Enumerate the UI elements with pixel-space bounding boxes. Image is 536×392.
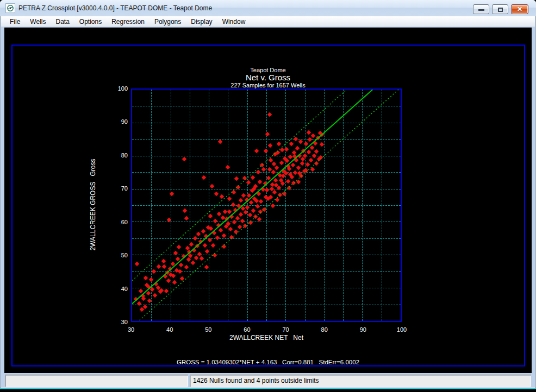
x-tick-label: 50 xyxy=(205,326,211,333)
x-tick-label: 30 xyxy=(128,326,134,333)
x-axis-label: 2WALLCREEK NET Net xyxy=(131,334,402,342)
plot-area[interactable] xyxy=(131,88,402,322)
screen: PETRA Z Crossplot [v3000.4.0.0] - TEAPOT… xyxy=(0,0,536,392)
chart-title: Net v. Gross xyxy=(4,73,532,82)
x-tick-label: 40 xyxy=(166,326,173,333)
status-bar: 1426 Nulls found and 4 points outside li… xyxy=(4,375,532,387)
y-axis-label: 2WALLCREEK GROSS Gross xyxy=(89,96,97,313)
y-tick-label: 30 xyxy=(110,319,128,325)
y-tick-label: 60 xyxy=(110,219,128,225)
title-bar[interactable]: PETRA Z Crossplot [v3000.4.0.0] - TEAPOT… xyxy=(0,0,536,16)
confidence-band-upper xyxy=(132,90,347,281)
status-message: 1426 Nulls found and 4 points outside li… xyxy=(190,375,531,387)
menu-item-options[interactable]: Options xyxy=(74,17,107,27)
crossplot-canvas[interactable]: Teapot Dome Net v. Gross 227 Samples for… xyxy=(4,27,532,373)
menu-item-window[interactable]: Window xyxy=(217,17,251,27)
y-tick-label: 80 xyxy=(110,152,128,159)
x-tick-label: 100 xyxy=(397,326,407,333)
taskbar-edge xyxy=(0,388,536,392)
y-tick-label: 90 xyxy=(110,118,128,125)
maximize-icon xyxy=(498,8,503,12)
menu-bar: FileWellsDataOptionsRegressionPolygonsDi… xyxy=(1,16,535,27)
y-tick-label: 100 xyxy=(110,85,128,92)
y-tick-label: 40 xyxy=(110,286,128,292)
regression-line xyxy=(132,90,372,304)
y-tick-label: 70 xyxy=(110,185,128,192)
menu-item-regression[interactable]: Regression xyxy=(107,17,149,27)
minimize-icon xyxy=(478,9,484,11)
x-tick-label: 80 xyxy=(321,326,328,333)
menu-item-polygons[interactable]: Polygons xyxy=(149,17,186,27)
close-icon: ✕ xyxy=(512,5,528,14)
menu-item-display[interactable]: Display xyxy=(186,17,217,27)
status-pane-left xyxy=(5,375,188,387)
petra-logo-icon xyxy=(7,4,14,12)
menu-item-wells[interactable]: Wells xyxy=(25,17,51,27)
menu-item-data[interactable]: Data xyxy=(51,17,74,27)
y-tick-label: 50 xyxy=(110,252,128,258)
window-title: PETRA Z Crossplot [v3000.4.0.0] - TEAPOT… xyxy=(18,0,212,16)
regression-overlay xyxy=(132,90,401,321)
window-controls: ✕ xyxy=(473,4,528,14)
x-tick-label: 70 xyxy=(282,326,289,333)
x-tick-label: 90 xyxy=(360,326,366,333)
maximize-button[interactable] xyxy=(492,4,508,14)
chart-title-block: Teapot Dome Net v. Gross 227 Samples for… xyxy=(4,67,532,89)
minimize-button[interactable] xyxy=(473,4,489,14)
x-tick-label: 60 xyxy=(244,326,250,333)
app-window: PETRA Z Crossplot [v3000.4.0.0] - TEAPOT… xyxy=(0,0,536,388)
app-icon xyxy=(5,3,15,13)
regression-equation: GROSS = 1.03409302*NET + 4.163 Corr=0.88… xyxy=(4,359,532,365)
confidence-band-lower xyxy=(139,90,398,321)
menu-item-file[interactable]: File xyxy=(5,17,25,27)
close-button[interactable]: ✕ xyxy=(511,4,528,14)
